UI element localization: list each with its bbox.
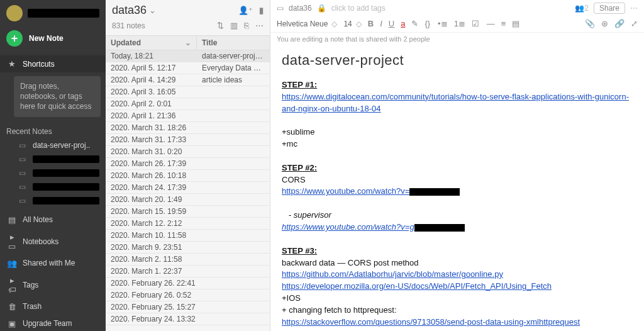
code-icon[interactable]: {}	[425, 19, 430, 28]
note-updated: 2020. April 3. 16:05	[106, 87, 197, 96]
editor-notebook-name[interactable]: data36	[289, 4, 312, 13]
note-updated: 2020. March 12. 2:12	[106, 219, 197, 228]
note-body[interactable]: data-server-project STEP #1: https://www…	[270, 47, 644, 331]
note-updated: 2020. February 26. 22:41	[106, 279, 197, 288]
sidebar-all-notes[interactable]: ▤ All Notes	[0, 211, 106, 228]
list-number-icon[interactable]: 1≣	[454, 19, 465, 28]
sort-icon[interactable]: ⇅	[217, 21, 224, 30]
bold-icon[interactable]: B	[368, 19, 374, 28]
plus-icon: +	[6, 30, 23, 47]
sidebar-notebooks[interactable]: ▸ ▭ Notebooks	[0, 228, 106, 255]
note-title[interactable]: data-server-project	[282, 50, 633, 70]
shared-note-banner: You are editing a note that is shared wi…	[270, 33, 644, 47]
recent-note-item[interactable]: ▭	[0, 194, 106, 208]
filter-icon[interactable]: ⎘	[244, 21, 249, 30]
note-row[interactable]: 2020. March 15. 19:59	[106, 206, 270, 218]
align-icon[interactable]: ≡	[501, 19, 506, 28]
note-row[interactable]: 2020. April 1. 21:36	[106, 110, 270, 122]
note-updated: 2020. March 26. 17:39	[106, 159, 197, 168]
sidebar-trash[interactable]: 🗑 Trash	[0, 298, 106, 315]
note-row[interactable]: 2020. March 9. 23:51	[106, 242, 270, 254]
note-row[interactable]: Today, 18:21data-server-project	[106, 50, 270, 62]
note-row[interactable]: 2020. April 5. 12:17Everyday Data Scienc…	[106, 62, 270, 74]
note-row[interactable]: 2020. March 31. 17:33	[106, 134, 270, 146]
stepper-icon: ◇	[356, 20, 360, 28]
collapse-icon[interactable]: ⤢	[631, 19, 638, 28]
italic-icon[interactable]: I	[380, 19, 382, 28]
note-row[interactable]: 2020. March 1. 22:37	[106, 266, 270, 278]
step3-link1[interactable]: https://github.com/Adatlaborhu/jarvic/bl…	[282, 269, 503, 279]
step1-link[interactable]: https://www.digitalocean.com/community/t…	[282, 92, 629, 113]
tag-input[interactable]: click to add tags	[331, 4, 386, 13]
account-row[interactable]	[0, 0, 106, 25]
sidebar-shared[interactable]: 👥 Shared with Me	[0, 255, 106, 272]
note-row[interactable]: 2020. March 2. 11:58	[106, 254, 270, 266]
recent-note-item[interactable]: ▭data-server-proj..	[0, 138, 106, 152]
note-row[interactable]: 2020. March 26. 17:39	[106, 158, 270, 170]
note-row[interactable]: 2020. February 26. 22:41	[106, 278, 270, 289]
recent-note-item[interactable]: ▭	[0, 180, 106, 194]
note-row[interactable]: 2020. March 24. 17:39	[106, 182, 270, 194]
step3-link3[interactable]: https://stackoverflow.com/questions/9713…	[282, 317, 580, 327]
note-row[interactable]: 2020. March 10. 11:58	[106, 230, 270, 242]
step3-link2[interactable]: https://developer.mozilla.org/en-US/docs…	[282, 281, 552, 291]
step2-link2[interactable]: https://www.youtube.com/watch?v=g	[282, 222, 414, 232]
note-row[interactable]: 2020. February 24. 13:32	[106, 313, 270, 325]
col-updated[interactable]: Updated ⌄	[106, 36, 197, 50]
editor-top-row: ▭ data36 🔒 click to add tags 👥2 Share ⋯	[270, 0, 644, 16]
note-row[interactable]: 2020. March 31. 0:20	[106, 146, 270, 158]
underline-icon[interactable]: U	[389, 19, 394, 28]
notebooks-label: Notebooks	[23, 237, 58, 246]
chevron-down-icon: ⌄	[185, 38, 191, 47]
hr-icon[interactable]: —	[487, 19, 495, 28]
note-row[interactable]: 2020. February 25. 15:27	[106, 301, 270, 313]
sidebar-tags[interactable]: ▸ 🏷 Tags	[0, 272, 106, 298]
cursor-icon[interactable]: ▮	[259, 6, 264, 15]
link-icon[interactable]: 🔗	[614, 19, 625, 28]
note-updated: 2020. March 31. 17:33	[106, 135, 197, 144]
list-bullet-icon[interactable]: •≣	[438, 19, 448, 28]
note-row[interactable]: 2020. April 3. 16:05	[106, 86, 270, 98]
attach-icon[interactable]: 📎	[585, 19, 595, 28]
step3-line3: + changing fetch to httprequest:	[282, 305, 633, 317]
col-title[interactable]: Title	[197, 36, 270, 50]
note-row[interactable]: 2020. April 2. 0:01	[106, 98, 270, 110]
checklist-icon[interactable]: ☑	[472, 19, 479, 28]
note-icon: ▭	[19, 155, 28, 164]
note-row[interactable]: 2020. March 31. 18:26	[106, 122, 270, 134]
note-row[interactable]: 2020. February 26. 0:52	[106, 289, 270, 301]
menu-icon[interactable]: ⋯	[630, 4, 638, 13]
share-notebook-icon[interactable]: 👤⁺	[238, 6, 253, 15]
step2-supervisor: - supervisor	[282, 210, 633, 222]
list-column-header: Updated ⌄ Title	[106, 35, 270, 50]
color-icon[interactable]: a	[401, 19, 405, 28]
view-icon[interactable]: ▥	[230, 21, 238, 30]
recent-note-item[interactable]: ▭	[0, 152, 106, 166]
highlight-icon[interactable]: ✎	[411, 19, 418, 28]
notebook-title-dropdown[interactable]: data36 ⌄	[112, 4, 156, 17]
note-list-pane: data36 ⌄ 👤⁺ ▮ 831 notes ⇅ ▥ ⎘ ⋯	[106, 0, 270, 331]
indent-icon[interactable]: ▤	[512, 19, 519, 28]
sidebar-upgrade[interactable]: ▣ Upgrade Team	[0, 315, 106, 331]
sidebar-shortcuts[interactable]: ★ Shortcuts	[0, 55, 106, 72]
font-size-select[interactable]: 14 ◇	[343, 20, 360, 28]
new-note-button[interactable]: + New Note	[0, 25, 106, 55]
chevron-down-icon: ⌄	[149, 6, 156, 15]
redacted-text	[33, 155, 99, 163]
note-row[interactable]: 2020. March 12. 2:12	[106, 218, 270, 230]
reminder-icon[interactable]: ⊛	[601, 19, 608, 28]
tag-icon: ▸ 🏷	[6, 276, 18, 295]
font-family-select[interactable]: Helvetica Neue ◇	[277, 20, 336, 28]
note-row[interactable]: 2020. March 26. 10:18	[106, 170, 270, 182]
recent-note-title: data-server-proj..	[33, 141, 90, 150]
share-button[interactable]: Share	[594, 3, 625, 14]
more-icon[interactable]: ⋯	[255, 21, 264, 30]
shared-people-icon[interactable]: 👥2	[575, 4, 589, 13]
recent-note-item[interactable]: ▭	[0, 166, 106, 180]
note-row[interactable]: 2020. March 20. 1:49	[106, 194, 270, 206]
star-icon: ★	[6, 59, 18, 69]
note-updated: 2020. February 26. 0:52	[106, 291, 197, 300]
step2-link1[interactable]: https://www.youtube.com/watch?v=	[282, 186, 409, 196]
note-row[interactable]: 2020. April 4. 14:29article ideas	[106, 74, 270, 86]
note-updated: 2020. April 1. 21:36	[106, 111, 197, 120]
